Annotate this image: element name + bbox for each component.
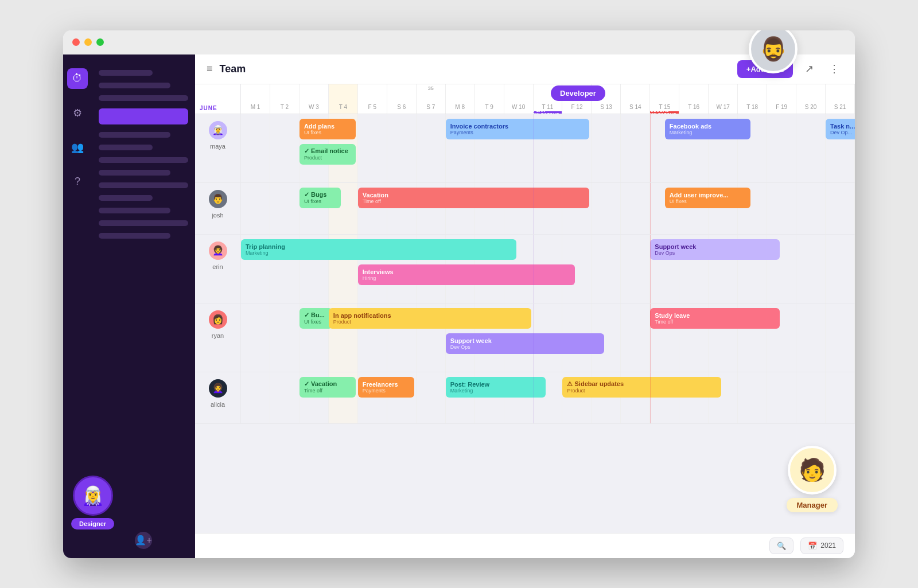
grid-area-josh: ✓ BugsUI fixesVacationTime offAdd user i… [241,183,855,234]
date-label: W 17 [717,104,730,110]
task-invoice-contractors[interactable]: Invoice contractorsPayments [446,119,590,139]
sidebar-active-item[interactable] [99,108,188,124]
sidebar-icon-help[interactable]: ? [67,172,88,192]
task-vacation[interactable]: ✓ VacationTime off [299,377,356,398]
month-label-col: JUNE [195,84,241,114]
calendar-row-alicia: 👩‍🦱alicia✓ VacationTime offFreelancersPa… [195,372,855,424]
date-col-14: S 14 [621,84,650,114]
date-label: M 1 [251,104,260,110]
task-post:-review[interactable]: Post: ReviewMarketing [446,377,546,398]
task-support-week[interactable]: Support weekDev Ops [446,333,604,354]
share-icon[interactable]: ↗ [800,60,818,78]
date-label: S 21 [834,104,846,110]
date-label: T 16 [688,104,699,110]
search-button[interactable]: 🔍 [769,538,793,554]
date-label: M 8 [455,104,465,110]
sidebar-skeleton [99,195,153,201]
date-col-5: F 5 [358,84,387,114]
date-label: F 12 [571,104,582,110]
user-name-maya: maya [210,143,225,150]
date-col-18: T 18 [738,84,767,114]
global-milestone-bar: GLOBAL MILESTONE [650,111,679,114]
app-body: ⏱ ⚙ 👥 ? [63,54,855,558]
more-options-icon[interactable]: ⋮ [825,60,843,78]
sidebar-content [92,64,195,245]
sidebar: ⏱ ⚙ 👥 ? [63,54,195,558]
manager-label: Manager [787,498,838,512]
task-trip-planning[interactable]: Trip planningMarketing [241,239,516,260]
date-label: S 6 [397,104,406,110]
avatar-ryan: 👩 [209,310,227,329]
grid-area-erin: Pi...HiringTrip planningMarketingIntervi… [241,235,855,303]
fullscreen-btn[interactable] [96,38,104,46]
developer-badge[interactable]: Developer [551,85,605,101]
date-label: S 14 [629,104,641,110]
page-title: Team [220,63,730,75]
task-bu...[interactable]: ✓ Bu...UI fixes [299,308,332,329]
task-support-week[interactable]: Support weekDev Ops [650,239,779,260]
minimize-btn[interactable] [84,38,92,46]
titlebar [63,30,855,54]
calendar-body: 🧝‍♀️mayaAdd plansUI fixesInvoice contrac… [195,114,855,533]
sidebar-skeleton [99,170,170,176]
user-name-ryan: ryan [212,332,224,339]
date-label: T 2 [281,104,289,110]
date-col-16: T 16 [679,84,709,114]
sidebar-skeleton [99,157,188,163]
calendar-row-maya: 🧝‍♀️mayaAdd plansUI fixesInvoice contrac… [195,114,855,183]
task-interviews[interactable]: InterviewsHiring [358,264,575,285]
calendar-row-ryan: 👩ryan✓ Bu...UI fixesIn app notifications… [195,303,855,372]
month-label: JUNE [200,105,217,111]
date-label: F 19 [776,104,787,110]
avatar-maya: 🧝‍♀️ [209,121,227,139]
bottom-bar: 🔍 📅 📅 2021 2021 [195,533,855,558]
avatar-erin: 👩‍🦱 [209,242,227,260]
user-name-erin: erin [212,263,223,270]
task-task-n...[interactable]: Task n...Dev Op... [826,119,855,139]
sidebar-skeleton [99,70,153,76]
tasks-layer-alicia: ✓ VacationTime offFreelancersPaymentsPos… [241,372,855,423]
menu-icon[interactable]: ≡ [207,63,213,75]
date-col-3: W 3 [299,84,329,114]
tasks-layer-josh: ✓ BugsUI fixesVacationTime offAdd user i… [241,183,855,234]
tasks-layer-erin: Pi...HiringTrip planningMarketingIntervi… [241,235,855,303]
task-in-app-notifications[interactable]: In app notificationsProduct [329,308,531,329]
close-btn[interactable] [72,38,80,46]
designer-section: 🧝‍♀️ Designer [71,476,114,529]
task-facebook-ads[interactable]: Facebook adsMarketing [665,119,750,139]
task-email-notice[interactable]: ✓ Email noticeProduct [299,144,356,165]
task-vacation[interactable]: VacationTime off [358,188,590,208]
task-bugs[interactable]: ✓ BugsUI fixes [299,188,341,208]
search-icon: 🔍 [777,542,786,550]
task-add-user-improve...[interactable]: Add user improve...UI fixes [665,188,750,208]
task-add-plans[interactable]: Add plansUI fixes [299,119,356,139]
date-cols: M 1T 2W 3T 4F 5S 635S 7M 8T 9W 10T 11PLA… [241,84,855,114]
calendar-header: JUNE M 1T 2W 3T 4F 5S 635S 7M 8T 9W 10T … [195,84,855,114]
sidebar-icons: ⏱ ⚙ 👥 ? [63,64,92,197]
plan-milestone-bar: PLAN MILESTONE [534,111,562,114]
task-study-leave[interactable]: Study leaveTime off [650,308,779,329]
sidebar-skeleton [99,233,170,239]
task-freelancers[interactable]: FreelancersPayments [358,377,414,398]
date-label: T 18 [746,104,758,110]
traffic-lights [72,38,104,46]
date-label: S 7 [426,104,435,110]
sidebar-icon-gear[interactable]: ⚙ [67,103,88,123]
user-name-josh: josh [212,212,223,219]
date-col-21: S 21 [826,84,855,114]
designer-avatar: 🧝‍♀️ [73,476,113,516]
sidebar-skeleton [99,83,170,88]
sidebar-skeleton [99,145,153,150]
date-label: W 3 [309,104,319,110]
sidebar-icon-users[interactable]: 👥 [67,137,88,158]
user-col-erin: 👩‍🦱erin [195,235,241,303]
date-col-8: M 8 [446,84,475,114]
date-label: W 10 [512,104,525,110]
avatar-alicia: 👩‍🦱 [209,379,227,398]
date-col-15: T 15GLOBAL MILESTONE [650,84,679,114]
user-col-josh: 👨josh [195,183,241,234]
add-user-button[interactable]: 👤+ [135,532,152,549]
task-sidebar-updates[interactable]: ⚠ Sidebar updatesProduct [562,377,721,398]
sidebar-icon-clock[interactable]: ⏱ [67,68,88,89]
calendar-year-button[interactable]: 📅 📅 2021 2021 [800,538,843,554]
